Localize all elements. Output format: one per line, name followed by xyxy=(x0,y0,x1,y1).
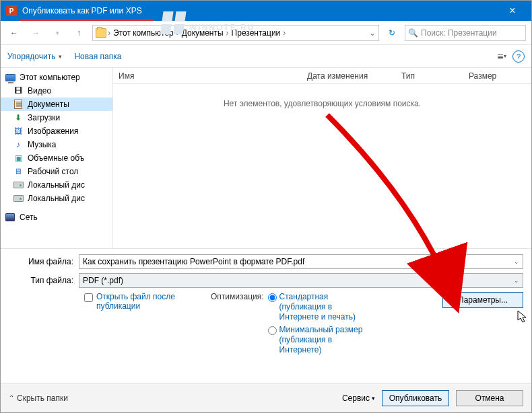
sidebar-item-drive[interactable]: Локальный дис xyxy=(1,178,112,192)
download-icon: ⬇ xyxy=(13,112,24,123)
sidebar-item-desktop[interactable]: 🖥Рабочий стол xyxy=(1,165,112,178)
cancel-button[interactable]: Отмена xyxy=(456,390,523,406)
footer: ⌃Скрыть папки Сервис▾ Опубликовать Отмен… xyxy=(1,383,531,412)
app-icon: P xyxy=(6,5,17,16)
open-after-checkbox[interactable]: Открыть файл после публикации xyxy=(84,292,192,311)
folder-icon xyxy=(96,28,106,38)
window-title: Опубликовать как PDF или XPS xyxy=(22,6,499,15)
save-form: Имя файла: Как сохранить презентацию Pow… xyxy=(1,248,531,358)
back-button[interactable]: ← xyxy=(6,25,22,41)
up-button[interactable]: ↑ xyxy=(71,25,87,41)
publish-button[interactable]: Опубликовать xyxy=(382,390,449,406)
chevron-down-icon[interactable]: ⌄ xyxy=(514,258,519,265)
sidebar-item-drive[interactable]: Локальный дис xyxy=(1,192,112,205)
col-type[interactable]: Тип xyxy=(396,71,463,81)
forward-button[interactable]: → xyxy=(28,25,44,41)
drive-icon xyxy=(13,193,24,204)
sidebar-item-pictures[interactable]: 🖼Изображения xyxy=(1,124,112,138)
search-input[interactable]: 🔍 Поиск: Презентации xyxy=(405,25,526,41)
organize-menu[interactable]: Упорядочить xyxy=(7,52,62,61)
sidebar: Этот компьютер 🎞Видео Документы ⬇Загрузк… xyxy=(1,68,113,248)
optimization-label: Оптимизация: xyxy=(211,292,264,355)
sidebar-item-3dobjects[interactable]: ▣Объемные объ xyxy=(1,151,112,165)
address-dropdown[interactable]: ⌄ xyxy=(369,28,376,38)
search-icon: 🔍 xyxy=(408,28,418,38)
column-headers: Имя Дата изменения Тип Размер xyxy=(113,68,531,84)
chevron-right-icon: › xyxy=(176,28,179,38)
network-icon xyxy=(5,212,15,223)
filename-field[interactable]: Как сохранить презентацию PowerPoint в ф… xyxy=(79,254,523,269)
chevron-right-icon: › xyxy=(108,28,110,38)
sidebar-item-this-pc[interactable]: Этот компьютер xyxy=(1,71,112,84)
search-placeholder: Поиск: Презентации xyxy=(421,28,497,38)
desktop-icon: 🖥 xyxy=(13,166,24,177)
breadcrumb-seg[interactable]: Презентации xyxy=(230,28,282,38)
sidebar-item-network[interactable]: Сеть xyxy=(1,211,112,224)
view-mode-button[interactable]: ≣▾ xyxy=(495,50,508,63)
close-icon[interactable]: × xyxy=(499,5,526,17)
navbar: ← → ▾ ↑ › Этот компьютер › Документы › П… xyxy=(1,21,531,45)
recent-dropdown[interactable]: ▾ xyxy=(49,25,65,41)
file-pane: Имя Дата изменения Тип Размер Нет элемен… xyxy=(113,68,531,248)
optimize-minimum-radio[interactable]: Минимальный размер (публикация в Интерне… xyxy=(268,325,369,355)
col-date[interactable]: Дата изменения xyxy=(302,71,396,81)
col-size[interactable]: Размер xyxy=(463,71,531,81)
new-folder-button[interactable]: Новая папка xyxy=(74,52,121,61)
music-icon: ♪ xyxy=(13,139,24,150)
sidebar-item-music[interactable]: ♪Музыка xyxy=(1,138,112,151)
breadcrumb-seg[interactable]: Этот компьютер xyxy=(112,28,175,38)
picture-icon: 🖼 xyxy=(13,126,24,137)
filename-label: Имя файла: xyxy=(9,257,79,266)
sidebar-item-videos[interactable]: 🎞Видео xyxy=(1,84,112,98)
drive-icon xyxy=(13,180,24,190)
chevron-right-icon: › xyxy=(283,28,286,38)
chevron-right-icon: › xyxy=(226,28,229,38)
cursor-icon xyxy=(517,310,529,325)
refresh-button[interactable]: ↻ xyxy=(385,28,399,38)
title-underline xyxy=(20,19,154,21)
help-icon[interactable]: ? xyxy=(512,50,525,63)
breadcrumb-seg[interactable]: Документы xyxy=(180,28,225,38)
empty-message: Нет элементов, удовлетворяющих условиям … xyxy=(113,84,531,108)
col-name[interactable]: Имя xyxy=(113,71,302,81)
address-bar[interactable]: › Этот компьютер › Документы › Презентац… xyxy=(92,25,379,41)
cube-icon: ▣ xyxy=(13,153,24,163)
filetype-combo[interactable]: PDF (*.pdf)⌄ xyxy=(79,273,523,288)
sidebar-item-downloads[interactable]: ⬇Загрузки xyxy=(1,111,112,124)
filetype-label: Тип файла: xyxy=(9,276,79,285)
optimize-standard-radio[interactable]: Стандартная (публикация в Интернете и пе… xyxy=(268,292,369,322)
chevron-down-icon: ▾ xyxy=(372,395,375,402)
toolbar: Упорядочить Новая папка ≣▾ ? xyxy=(1,45,531,68)
chevron-down-icon[interactable]: ⌄ xyxy=(514,277,519,284)
sidebar-item-documents[interactable]: Документы xyxy=(1,98,112,111)
options-button[interactable]: Параметры... xyxy=(442,292,523,308)
titlebar: P Опубликовать как PDF или XPS × xyxy=(1,1,531,21)
video-icon: 🎞 xyxy=(13,85,24,96)
document-icon xyxy=(13,99,24,110)
tools-menu[interactable]: Сервис▾ xyxy=(342,393,375,403)
chevron-up-icon: ⌃ xyxy=(9,394,14,402)
hide-folders-toggle[interactable]: ⌃Скрыть папки xyxy=(9,393,68,403)
